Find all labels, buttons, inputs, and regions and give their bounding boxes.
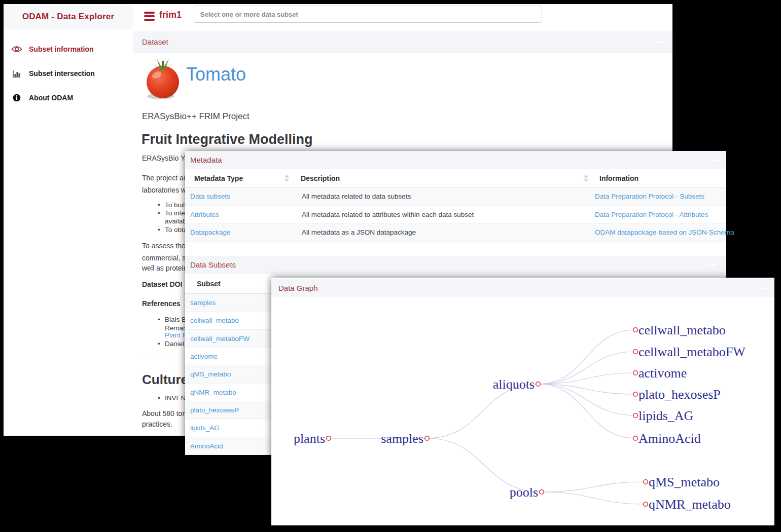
- doc-list-item: INVEN: [165, 394, 186, 402]
- graph-node[interactable]: [425, 436, 430, 441]
- graph-edge: [542, 482, 646, 492]
- graph-edge: [538, 384, 635, 438]
- graph-node-label[interactable]: pools: [510, 485, 538, 500]
- doc-text-fragment: ERASysBio Yv: [142, 154, 189, 162]
- graph-node-label[interactable]: aliquots: [493, 377, 535, 392]
- culture-heading: Culture: [142, 372, 188, 388]
- dataset-name: Tomato: [186, 64, 246, 85]
- sidebar-item-subset-information[interactable]: Subset information: [11, 44, 94, 54]
- metadata-table-header: Metadata Type Description Information: [185, 169, 726, 187]
- graph-panel-header: Data Graph: [271, 279, 774, 297]
- doc-text-fragment: About 580 tom: [142, 409, 188, 417]
- graph-node[interactable]: [633, 436, 638, 441]
- graph-node[interactable]: [633, 413, 638, 418]
- graph-node[interactable]: [536, 382, 541, 387]
- metadata-type-link[interactable]: Data subsets: [190, 187, 230, 206]
- graph-node[interactable]: [644, 502, 648, 507]
- subsets-panel-title: Data Subsets: [190, 260, 236, 269]
- menu-icon[interactable]: [144, 12, 155, 22]
- metadata-table: Data subsets All metadata related to dat…: [185, 187, 726, 242]
- sort-icon[interactable]: [285, 175, 289, 182]
- graph-node[interactable]: [644, 480, 648, 484]
- tomato-image: [144, 57, 182, 100]
- sort-icon[interactable]: [584, 175, 588, 182]
- collapse-icon[interactable]: [710, 264, 717, 266]
- doc-text-fragment: practices.: [142, 420, 172, 428]
- graph-edge: [542, 492, 646, 504]
- metadata-panel-title: Metadata: [190, 156, 222, 164]
- dataset-doi-label: Dataset DOI :: [142, 280, 187, 288]
- graph-node-label[interactable]: qMS_metabo: [649, 475, 720, 489]
- graph-node-label[interactable]: cellwall_metaboFW: [638, 345, 746, 359]
- metadata-panel-header: Metadata: [185, 151, 726, 169]
- graph-node-label[interactable]: plants: [294, 431, 325, 446]
- table-row: Data subsets All metadata related to dat…: [185, 187, 726, 206]
- dataset-panel-title: Dataset: [142, 37, 168, 46]
- doc-list-item: To obta: [165, 226, 187, 234]
- metadata-info-link[interactable]: ODAM datapackage based on JSON-Schema: [595, 223, 734, 242]
- metadata-type-link[interactable]: Attributes: [190, 206, 219, 224]
- doc-text-fragment: The project ai: [142, 174, 185, 182]
- sidebar-item-label: Subset intersection: [29, 69, 95, 78]
- graph-edge: [538, 384, 635, 394]
- graph-panel-title: Data Graph: [278, 284, 318, 292]
- info-icon: [11, 94, 22, 102]
- graph-node[interactable]: [633, 350, 638, 354]
- sidebar-item-label: About ODAM: [29, 94, 73, 102]
- column-header[interactable]: Information: [599, 169, 638, 187]
- column-header[interactable]: Metadata Type: [194, 169, 243, 187]
- references-label: References: [142, 299, 181, 308]
- data-graph-window: Data Graph plantssamplesaliquotspoolscel…: [271, 278, 774, 525]
- sidebar-item-label: Subset information: [29, 45, 94, 53]
- graph-node-label[interactable]: cellwall_metabo: [638, 323, 726, 337]
- divider: [142, 360, 189, 360]
- graph-node-label[interactable]: samples: [381, 431, 423, 446]
- graph-node[interactable]: [633, 328, 638, 332]
- graph-node[interactable]: [540, 490, 544, 495]
- dataset-subtitle: ERASysBio++ FRIM Project: [142, 111, 250, 122]
- metadata-info-link[interactable]: Data Preparation Protocol - Attributes: [595, 206, 708, 224]
- doc-list-item: availab: [165, 217, 187, 225]
- dataset-id-label: frim1: [159, 10, 182, 20]
- collapse-icon[interactable]: [760, 288, 767, 289]
- sidebar-item-subset-intersection[interactable]: Subset intersection: [11, 68, 95, 79]
- graph-edge: [538, 330, 635, 384]
- collapse-icon[interactable]: [710, 160, 717, 161]
- metadata-type-link[interactable]: Datapackage: [190, 223, 231, 242]
- bar-chart-icon: [11, 70, 22, 78]
- metadata-info-link[interactable]: Data Preparation Protocol - Subsets: [595, 187, 704, 206]
- reference-item: Daniel: [165, 340, 184, 348]
- subsets-panel-header: Data Subsets: [185, 256, 726, 274]
- sidebar-item-about-odam[interactable]: About ODAM: [11, 93, 73, 103]
- graph-node[interactable]: [327, 436, 331, 441]
- dataset-heading: Fruit Integrative Modelling: [141, 132, 313, 147]
- doc-list-item: To inte: [165, 209, 185, 217]
- graph-node[interactable]: [633, 371, 638, 375]
- graph-node-label[interactable]: plato_hexosesP: [638, 387, 721, 402]
- topbar: frim1: [133, 4, 672, 30]
- table-row: Datapackage All metadata as a JSON datap…: [185, 223, 726, 242]
- dataset-panel-header: Dataset: [133, 31, 672, 53]
- graph-node-label[interactable]: qNMR_metabo: [649, 497, 731, 512]
- metadata-description: All metadata as a JSON datapackage: [302, 223, 416, 242]
- app-title: ODAM - Data Explorer: [4, 4, 133, 29]
- graph-node-label[interactable]: lipids_AG: [638, 408, 693, 423]
- graph-node-label[interactable]: AminoAcid: [638, 431, 701, 446]
- graph-edge: [538, 352, 635, 384]
- data-graph-tree: plantssamplesaliquotspoolscellwall_metab…: [271, 297, 774, 525]
- reference-link[interactable]: Plant F: [165, 331, 187, 339]
- metadata-description: All metadata related to attributes withi…: [302, 206, 474, 224]
- doc-text-fragment: well as protein: [142, 264, 188, 272]
- subset-search-input[interactable]: [194, 6, 542, 23]
- doc-list-item: To buil: [165, 201, 185, 209]
- graph-edge: [427, 384, 538, 438]
- doc-text-fragment: laboratories w: [142, 186, 186, 194]
- table-row: Attributes All metadata related to attri…: [185, 206, 726, 224]
- collapse-icon[interactable]: [657, 42, 664, 43]
- column-header[interactable]: Description: [301, 169, 340, 187]
- sidebar: ODAM - Data Explorer Subset information: [4, 4, 133, 436]
- eye-icon: [11, 46, 22, 53]
- graph-node[interactable]: [633, 392, 638, 397]
- graph-node-label[interactable]: activome: [638, 366, 687, 381]
- graph-edge: [427, 438, 542, 492]
